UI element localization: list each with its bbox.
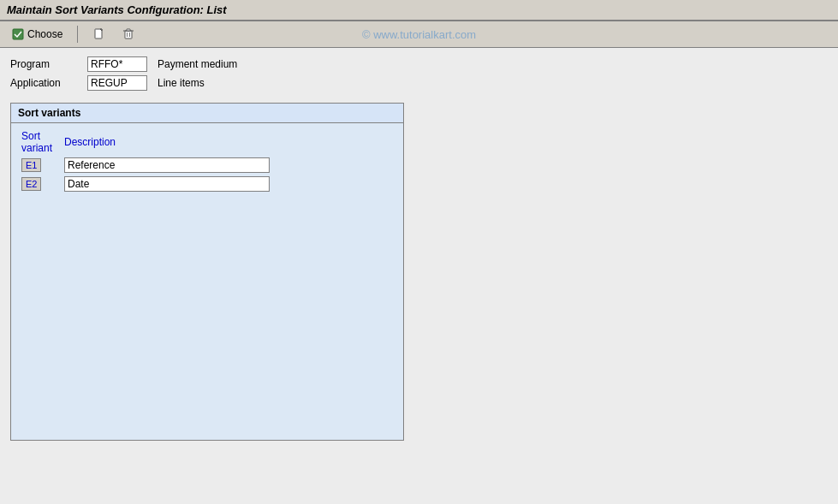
choose-button[interactable]: Choose: [7, 25, 67, 44]
main-content: Program Payment medium Application Line …: [0, 48, 838, 449]
choose-icon: [11, 27, 25, 41]
delete-button[interactable]: [117, 25, 140, 44]
table-row: E2: [18, 175, 396, 193]
application-description: Line items: [157, 77, 205, 89]
svg-rect-0: [13, 29, 23, 39]
title-bar: Maintain Sort Variants Configuration: Li…: [0, 0, 838, 21]
application-input[interactable]: [87, 75, 147, 91]
program-description: Payment medium: [157, 58, 237, 70]
col-variant-header: Sort variant: [18, 128, 61, 156]
toolbar: Choose © www.tutorialkart.com: [0, 21, 838, 48]
watermark: © www.tutorialkart.com: [362, 28, 476, 41]
panel-spacer: [18, 193, 396, 433]
application-label: Application: [10, 77, 87, 89]
svg-rect-3: [125, 31, 132, 39]
panel-header: Sort variants: [11, 104, 403, 123]
sort-variant-key-cell: E2: [18, 175, 61, 193]
new-button[interactable]: [88, 25, 110, 44]
sort-variant-description-input[interactable]: [64, 157, 270, 173]
sort-variant-description-cell: [61, 175, 396, 193]
page-title: Maintain Sort Variants Configuration: Li…: [7, 3, 227, 16]
sort-variants-table: Sort variant Description E1E2: [18, 128, 396, 193]
svg-rect-5: [127, 29, 130, 31]
program-input[interactable]: [87, 56, 147, 72]
sort-variant-key-button[interactable]: E2: [21, 177, 41, 191]
sort-variant-description-input[interactable]: [64, 176, 270, 192]
program-row: Program Payment medium: [10, 56, 828, 72]
sort-variant-key-cell: E1: [18, 156, 61, 175]
sort-variant-key-button[interactable]: E1: [21, 158, 41, 172]
program-label: Program: [10, 58, 87, 70]
application-row: Application Line items: [10, 75, 828, 91]
table-row: E1: [18, 156, 396, 175]
svg-rect-1: [95, 29, 102, 39]
sort-variant-description-cell: [61, 156, 396, 175]
delete-icon: [122, 27, 135, 41]
panel-title: Sort variants: [18, 107, 80, 119]
panel-body: Sort variant Description E1E2: [11, 123, 403, 440]
toolbar-divider: [77, 26, 78, 43]
sort-variants-panel: Sort variants Sort variant Description E…: [10, 103, 404, 441]
new-document-icon: [92, 27, 106, 41]
col-description-header: Description: [61, 128, 396, 156]
choose-label: Choose: [27, 28, 62, 40]
